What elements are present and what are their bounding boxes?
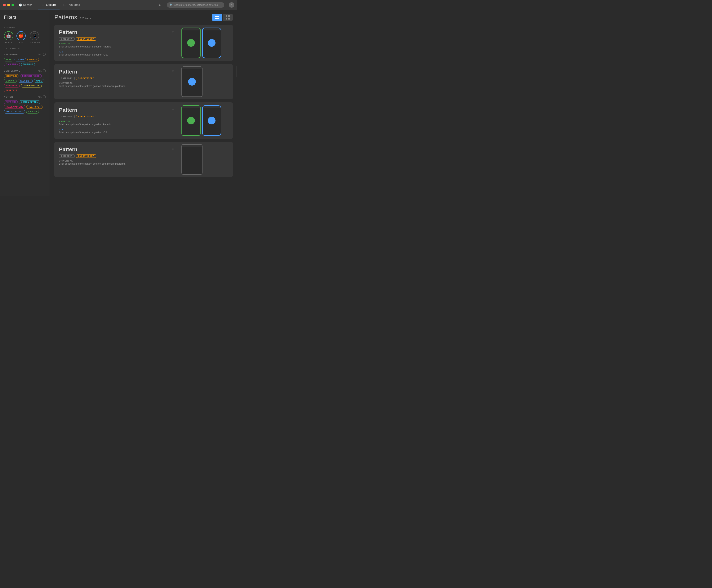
category-tag[interactable]: CATEGORY <box>59 154 75 158</box>
phones-area <box>179 102 233 139</box>
navigation-section: NAVIGATION ALL TABS CARDS MENUS GALLERIE… <box>4 53 46 66</box>
card-content: Pattern ☆ CATEGORY SUBCATEGORY UNIVERSAL… <box>54 142 179 177</box>
explore-icon: ⊞ <box>42 3 44 7</box>
phone-inner <box>182 28 200 58</box>
minimize-button[interactable] <box>7 4 10 6</box>
android-platform-section: ANDROID Brief description of the pattern… <box>59 120 174 126</box>
avatar[interactable]: A <box>229 2 234 8</box>
sidebar-title: Filters <box>4 15 46 22</box>
tag-text-input[interactable]: TEXT INPUT <box>26 105 43 109</box>
close-button[interactable] <box>3 4 6 6</box>
tag-content-feeds[interactable]: CONTENT FEEDS <box>20 74 42 78</box>
svg-rect-4 <box>226 18 227 20</box>
ios-platform-label: iOS <box>59 128 174 130</box>
explore-label: Explore <box>46 3 56 6</box>
favorites-button[interactable]: ★ <box>156 3 164 7</box>
ios-phone-mockup <box>202 105 221 136</box>
pattern-card: Pattern ☆ CATEGORY SUBCATEGORY ANDROID B… <box>54 25 233 61</box>
favorite-button[interactable]: ☆ <box>171 69 174 73</box>
tag-galleries[interactable]: GALLERIES <box>4 63 20 66</box>
tag-timeline[interactable]: TIMELINE <box>21 63 35 66</box>
android-platform-label: ANDROID <box>59 120 174 123</box>
dot-blue <box>208 39 215 47</box>
explore-tab[interactable]: ⊞ Explore <box>38 0 60 10</box>
favorite-button[interactable]: ☆ <box>171 29 174 34</box>
svg-rect-1 <box>215 18 219 19</box>
tag-shopping[interactable]: SHOPPING <box>4 74 19 78</box>
dot-blue <box>188 78 196 86</box>
system-universal[interactable]: 📱 UNIVERSAL <box>29 31 40 44</box>
system-ios[interactable]: 🍎 iOS <box>17 31 26 44</box>
favorite-button[interactable]: ☆ <box>171 107 174 111</box>
clock-icon: 🕐 <box>19 3 22 6</box>
systems-list: 🤖 ANDROID 🍎 iOS 📱 UNIVERSAL <box>4 31 46 44</box>
tag-maps[interactable]: MAPS <box>34 79 44 83</box>
patterns-label: Patterns <box>54 14 77 21</box>
tag-voice-capture[interactable]: VOICE CAPTURE <box>4 110 25 113</box>
category-tag[interactable]: CATEGORY <box>59 37 75 41</box>
fullscreen-button[interactable] <box>12 4 14 6</box>
card-top: Pattern ☆ <box>59 29 174 36</box>
navigation-tags: TABS CARDS MENUS GALLERIES TIMELINE <box>4 58 46 66</box>
card-content: Pattern ☆ CATEGORY SUBCATEGORY ANDROID B… <box>54 102 179 139</box>
svg-rect-2 <box>226 15 227 17</box>
ios-phone-mockup <box>202 27 221 58</box>
subcategory-tag[interactable]: SUBCATEGORY <box>76 37 96 41</box>
list-view-button[interactable] <box>212 14 222 21</box>
android-platform-label: ANDROID <box>59 42 174 45</box>
subcategory-tag[interactable]: SUBCATEGORY <box>76 115 96 118</box>
phone-status-bar <box>182 106 200 108</box>
contextual-label: CONTEXTUAL <box>4 70 20 72</box>
action-all-toggle[interactable]: ALL <box>38 95 46 98</box>
phones-area <box>179 64 233 99</box>
tag-menus[interactable]: MENUS <box>27 58 39 61</box>
ios-icon: 🍎 <box>17 31 26 40</box>
android-desc: Brief description of the patterns goal o… <box>59 123 174 126</box>
tag-graphs[interactable]: GRAPHS <box>4 79 17 83</box>
universal-platform-section: UNIVERSAL Brief description of the patte… <box>59 160 174 166</box>
phone-inner <box>182 145 202 174</box>
tag-action-button[interactable]: ACTION BUTTON <box>19 100 40 104</box>
phone-inner <box>182 106 200 135</box>
pattern-card: Pattern ☆ CATEGORY SUBCATEGORY UNIVERSAL… <box>54 142 233 177</box>
pattern-name: Pattern <box>59 146 77 152</box>
dot-green <box>187 117 195 124</box>
list-view-icon <box>215 16 219 19</box>
phone-status-bar <box>203 28 221 30</box>
tag-search[interactable]: SEARCH <box>4 89 17 92</box>
category-tag[interactable]: CATEGORY <box>59 77 75 80</box>
android-label: ANDROID <box>4 42 14 44</box>
tag-tabs[interactable]: TABS <box>4 58 14 61</box>
favorite-button[interactable]: ☆ <box>171 146 174 151</box>
subcategory-tag[interactable]: SUBCATEGORY <box>76 154 96 158</box>
tag-user-profiles[interactable]: USER PROFILES <box>21 84 42 87</box>
tag-messages[interactable]: MESSAGES <box>4 84 20 87</box>
subcategory-tag[interactable]: SUBCATEGORY <box>76 77 96 80</box>
system-android[interactable]: 🤖 ANDROID <box>4 31 14 44</box>
tag-task-list[interactable]: TASK LIST <box>18 79 33 83</box>
contextual-tags: SHOPPING CONTENT FEEDS GRAPHS TASK LIST … <box>4 74 46 92</box>
tag-sign-up[interactable]: SIGN UP <box>26 110 39 113</box>
tag-refresh[interactable]: REFRESH <box>4 100 18 104</box>
tag-cards[interactable]: CARDS <box>15 58 26 61</box>
grid-view-button[interactable] <box>223 14 233 21</box>
systems-label: SYSTEMS <box>4 26 46 28</box>
search-bar[interactable]: 🔍 <box>167 2 224 8</box>
titlebar: 🕐 Recent ⊞ Explore ⊟ Platforms ★ 🔍 A <box>0 0 237 10</box>
recent-nav[interactable]: 🕐 Recent <box>19 3 32 6</box>
search-input[interactable] <box>174 3 222 6</box>
card-top: Pattern ☆ <box>59 146 174 152</box>
platforms-tab[interactable]: ⊟ Platforms <box>60 0 84 10</box>
contextual-all-circle <box>43 69 46 72</box>
svg-rect-0 <box>215 16 219 17</box>
navigation-header: NAVIGATION ALL <box>4 53 46 56</box>
main-content: Patterns 320 items <box>50 10 237 196</box>
navigation-all-toggle[interactable]: ALL <box>38 53 46 56</box>
android-desc: Brief description of the patterns goal o… <box>59 45 174 49</box>
contextual-all-toggle[interactable]: ALL <box>38 69 46 72</box>
dot-green <box>187 39 195 47</box>
tag-image-capture[interactable]: IMAGE CAPTURE <box>4 105 25 109</box>
category-tag[interactable]: CATEGORY <box>59 115 75 118</box>
phone-inner <box>182 67 202 97</box>
items-count: 320 items <box>80 17 91 20</box>
